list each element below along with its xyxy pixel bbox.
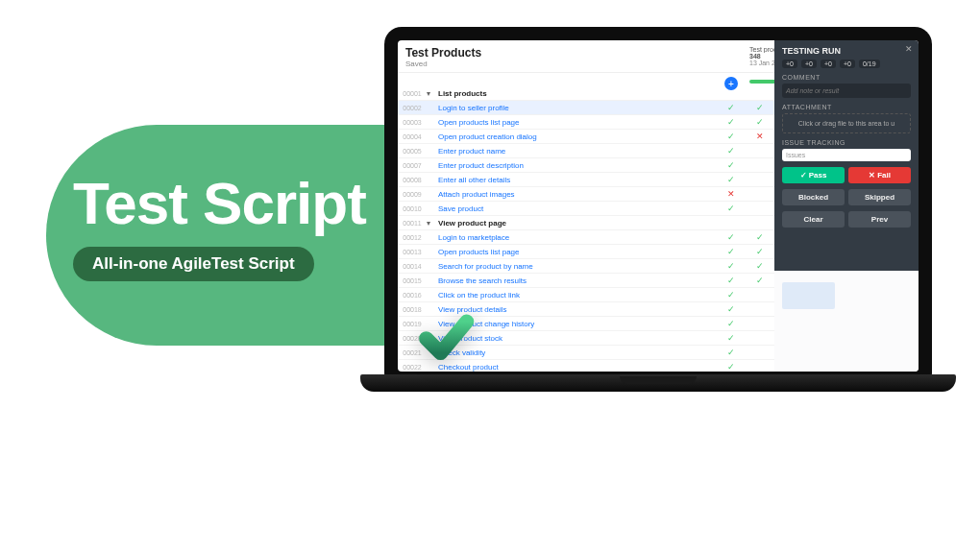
comment-input[interactable]: Add note or result (782, 84, 911, 98)
step-row[interactable]: 00007Enter product description✓ (398, 158, 774, 173)
count-badge: +0 (840, 60, 855, 68)
comment-label: COMMENT (782, 74, 911, 81)
hero-text: Test Script All-in-one AgileTest Script (73, 169, 366, 281)
step-row[interactable]: 00005Enter product name✓ (398, 144, 774, 158)
blocked-button[interactable]: Blocked (782, 189, 845, 205)
issue-label: ISSUE TRACKING (782, 139, 911, 146)
testing-run-panel: ✕ TESTING RUN +0+0+0+00/19 COMMENT Add n… (774, 40, 919, 271)
count-badge: +0 (821, 60, 836, 68)
step-group[interactable]: 00001▾List products (398, 86, 774, 101)
clear-button[interactable]: Clear (782, 211, 845, 228)
prev-button[interactable]: Prev (848, 211, 911, 228)
step-row[interactable]: 00009Attach product images✕ (398, 187, 774, 202)
count-badge: 0/19 (859, 60, 880, 68)
hero-subtitle: All-in-one AgileTest Script (73, 247, 314, 281)
step-row[interactable]: 00008Enter all other details✓ (398, 173, 774, 187)
step-row[interactable]: 00002Login to seller profile✓✓ (398, 101, 774, 115)
count-badge: +0 (782, 60, 797, 68)
step-row[interactable]: 00004Open product creation dialog✓✕ (398, 130, 774, 144)
issue-input[interactable]: Issues (782, 149, 911, 161)
calendar-area (774, 271, 919, 372)
close-icon[interactable]: ✕ (905, 44, 913, 54)
step-row[interactable]: 00015Browse the search results✓✓ (398, 274, 774, 288)
panel-title: TESTING RUN (782, 46, 911, 56)
attachment-dropzone[interactable]: Click or drag file to this area to u (782, 113, 911, 133)
skipped-button[interactable]: Skipped (848, 189, 911, 205)
step-row[interactable]: 00014Search for product by name✓✓ (398, 259, 774, 274)
page-title: Test Products (405, 46, 749, 60)
count-badge: +0 (801, 60, 817, 68)
step-row[interactable]: 00003Open products list page✓✓ (398, 115, 774, 130)
step-row[interactable]: 00016Click on the product link✓ (398, 288, 774, 302)
hero-title: Test Script (73, 169, 366, 237)
step-group[interactable]: 00011▾View product page (398, 216, 774, 230)
saved-status: Saved (405, 60, 749, 68)
attachment-label: ATTACHMENT (782, 104, 911, 110)
step-row[interactable]: 00013Open products list page✓✓ (398, 245, 774, 259)
calendar-cell[interactable] (782, 282, 835, 309)
pass-button[interactable]: ✓ Pass (782, 167, 845, 183)
step-row[interactable]: 00010Save product✓ (398, 202, 774, 216)
fail-button[interactable]: ✕ Fail (848, 167, 911, 183)
step-row[interactable]: 00012Login to marketplace✓✓ (398, 230, 774, 245)
checkmark-icon (413, 307, 478, 372)
